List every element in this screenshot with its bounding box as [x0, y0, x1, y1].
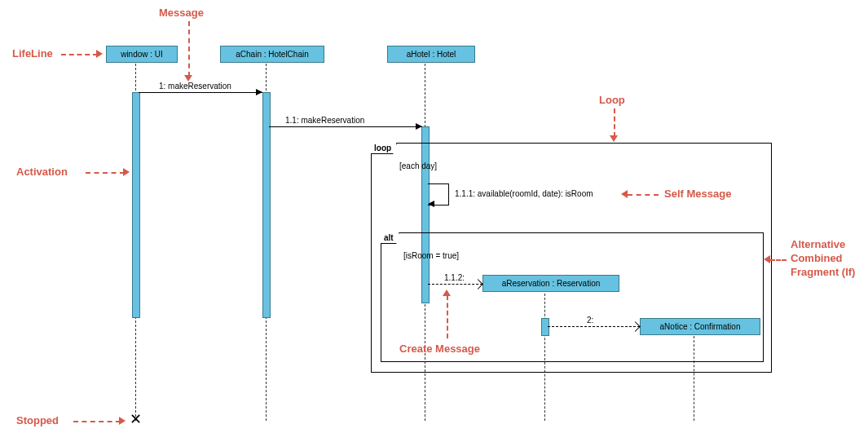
guard-alt: [isRoom = true] — [403, 251, 459, 260]
lifeline-ui: window : UI — [106, 46, 178, 63]
message-1-line — [139, 92, 262, 93]
annot-selfmsg-head — [621, 190, 628, 198]
message-1-arrow — [256, 89, 262, 95]
annot-createmsg: Create Message — [399, 343, 480, 355]
destruction-x: ✕ — [130, 415, 142, 423]
message-11-line — [269, 126, 422, 127]
annot-selfmsg-arrow — [628, 194, 659, 196]
message-11-arrow — [416, 123, 422, 130]
message-2-label: 2: — [587, 316, 593, 325]
annot-loop-arrow — [614, 108, 615, 137]
annot-activation-arrow — [86, 172, 125, 174]
annot-message: Message — [159, 7, 204, 19]
lifeline-hotel: aHotel : Hotel — [387, 46, 475, 63]
annot-selfmsg: Self Message — [664, 188, 731, 200]
annot-lifeline: LifeLine — [12, 47, 53, 60]
annot-altfrag-head — [764, 255, 770, 263]
self-message-arrow — [428, 201, 434, 207]
message-112-label: 1.1.2: — [444, 273, 465, 282]
annot-message-head — [184, 75, 192, 82]
message-111-label: 1.1.1: available(roomId, date): isRoom — [455, 189, 593, 198]
annot-createmsg-arrow — [447, 295, 448, 338]
annot-altfrag: Alternative Combined Fragment (If) — [791, 238, 864, 280]
guard-loop: [each day] — [399, 161, 437, 170]
annot-stopped: Stopped — [16, 414, 59, 427]
annot-loop-head — [610, 135, 618, 142]
annot-message-arrow — [188, 21, 190, 77]
annot-activation-head — [123, 168, 130, 176]
activation-ui — [132, 92, 140, 318]
lifeline-chain: aChain : HotelChain — [220, 46, 324, 63]
fragment-loop-label: loop — [371, 143, 397, 154]
annot-altfrag-arrow — [770, 259, 786, 261]
message-11-label: 1.1: makeReservation — [285, 116, 364, 125]
annot-lifeline-arrow — [61, 54, 98, 55]
fragment-alt-label: alt — [381, 232, 399, 244]
annot-stopped-head — [119, 417, 126, 425]
annot-activation: Activation — [16, 166, 68, 178]
annot-lifeline-head — [96, 50, 103, 58]
message-2-line — [548, 326, 640, 327]
annot-loop: Loop — [599, 94, 625, 106]
annot-createmsg-head — [443, 290, 451, 296]
annot-stopped-arrow — [73, 421, 121, 422]
message-1-label: 1: makeReservation — [159, 82, 231, 91]
